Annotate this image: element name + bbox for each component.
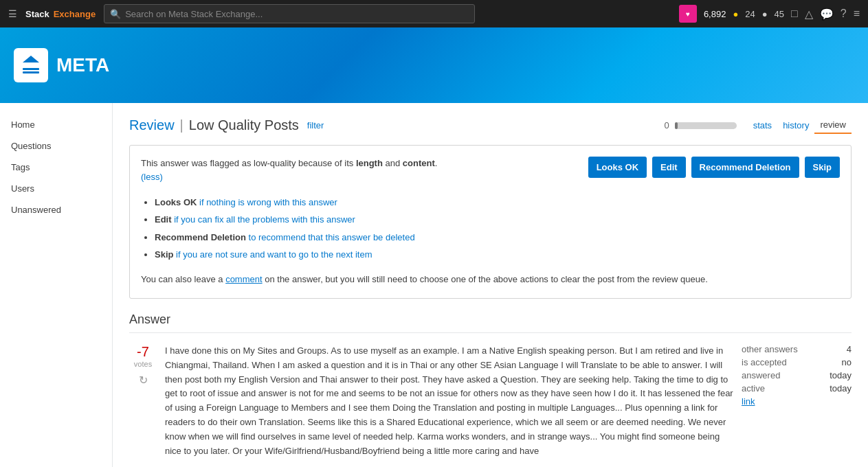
search-icon: 🔍 bbox=[110, 9, 121, 19]
review-header: Review | Low Quality Posts filter 0 stat… bbox=[129, 117, 852, 134]
vote-section: -7 votes ↻ bbox=[129, 344, 157, 458]
logo-icon bbox=[14, 48, 48, 82]
info-skip-desc: if you are not sure and want to go to th… bbox=[173, 249, 372, 260]
info-edit-kw: Edit bbox=[155, 214, 172, 225]
progress-section: 0 bbox=[664, 120, 736, 130]
less-link[interactable]: (less) bbox=[141, 172, 163, 182]
svg-rect-1 bbox=[23, 71, 39, 73]
meta-is-accepted: is accepted no bbox=[742, 357, 852, 367]
nav-right: ♥ 6,892 ● 24 ● 45 □ △ 💬 ? ≡ bbox=[679, 5, 860, 23]
review-msg-suffix: . bbox=[435, 158, 438, 168]
answer-block: -7 votes ↻ I have done this on My Sites … bbox=[129, 344, 852, 458]
tab-history[interactable]: history bbox=[777, 117, 814, 133]
review-msg-length: length bbox=[356, 158, 383, 168]
votes-label: votes bbox=[134, 360, 152, 368]
sidebar-item-unanswered[interactable]: Unanswered bbox=[0, 199, 112, 220]
comment-note-suffix: . bbox=[705, 274, 708, 284]
gold-dot: ● bbox=[733, 9, 738, 19]
review-box: This answer was flagged as low-quality b… bbox=[129, 145, 852, 299]
sidebar-item-home[interactable]: Home bbox=[0, 114, 112, 135]
main-layout: Home Questions Tags Users Unanswered Rev… bbox=[0, 103, 868, 467]
tab-stats[interactable]: stats bbox=[748, 117, 777, 133]
silver-count: 45 bbox=[775, 9, 784, 19]
info-item-skip: Skip if you are not sure and want to go … bbox=[155, 247, 840, 262]
info-looks-ok-kw: Looks OK bbox=[155, 197, 197, 207]
sidebar-item-questions[interactable]: Questions bbox=[0, 135, 112, 157]
review-msg-prefix: This answer was flagged as low-quality b… bbox=[141, 158, 356, 168]
info-edit-desc: if you can fix all the problems with thi… bbox=[172, 214, 355, 225]
info-item-looks-ok: Looks OK if nothing is wrong with this a… bbox=[155, 194, 840, 210]
stack-text: Stack bbox=[25, 9, 49, 19]
meta-other-answers-value: 4 bbox=[847, 344, 852, 354]
info-skip-kw: Skip bbox=[155, 249, 173, 260]
tab-review[interactable]: review bbox=[814, 117, 852, 134]
review-box-top: This answer was flagged as low-quality b… bbox=[141, 157, 840, 183]
review-tabs: 0 stats history review bbox=[664, 117, 852, 134]
review-page-title: Low Quality Posts bbox=[189, 117, 299, 133]
vote-count: -7 bbox=[137, 344, 149, 360]
blue-banner: META bbox=[0, 27, 868, 103]
sidebar-item-tags[interactable]: Tags bbox=[0, 157, 112, 178]
exchange-text: Exchange bbox=[54, 9, 96, 19]
site-logo: META bbox=[14, 48, 109, 82]
meta-answered-value: today bbox=[830, 370, 852, 380]
edit-button[interactable]: Edit bbox=[652, 157, 686, 178]
looks-ok-button[interactable]: Looks OK bbox=[588, 157, 647, 178]
info-rec-del-desc: to recommend that this answer be deleted bbox=[246, 232, 415, 242]
review-message: This answer was flagged as low-quality b… bbox=[141, 157, 580, 183]
achievements-icon[interactable]: △ bbox=[805, 8, 813, 21]
meta-other-answers-label: other answers bbox=[742, 344, 798, 354]
review-link[interactable]: Review bbox=[129, 117, 175, 133]
progress-bar-fill bbox=[675, 122, 678, 129]
review-info-list: Looks OK if nothing is wrong with this a… bbox=[155, 194, 840, 263]
comment-note-mid: on the answer, but bbox=[263, 274, 340, 284]
search-input[interactable] bbox=[125, 9, 469, 19]
answer-header: Answer bbox=[129, 312, 852, 333]
sidebar: Home Questions Tags Users Unanswered bbox=[0, 103, 113, 467]
review-icon[interactable]: 💬 bbox=[820, 8, 834, 21]
meta-answered: answered today bbox=[742, 370, 852, 380]
meta-is-accepted-value: no bbox=[842, 357, 852, 367]
content-area: Review | Low Quality Posts filter 0 stat… bbox=[113, 103, 868, 467]
comment-note-prefix: You can also leave a bbox=[141, 274, 225, 284]
meta-active-value: today bbox=[830, 383, 852, 394]
progress-bar bbox=[675, 122, 737, 129]
review-msg-and: and bbox=[383, 158, 403, 168]
info-looks-ok-desc: if nothing is wrong with this answer bbox=[197, 197, 337, 207]
answer-text: I have done this on My Sites and Groups.… bbox=[165, 345, 733, 456]
menu-icon[interactable]: ≡ bbox=[854, 8, 860, 20]
skip-button[interactable]: Skip bbox=[805, 157, 840, 178]
hamburger-icon[interactable]: ☰ bbox=[8, 8, 17, 19]
meta-other-answers: other answers 4 bbox=[742, 344, 852, 354]
answer-meta: other answers 4 is accepted no answered … bbox=[742, 344, 852, 458]
answer-body: I have done this on My Sites and Groups.… bbox=[165, 344, 733, 458]
inbox-icon[interactable]: □ bbox=[791, 8, 798, 20]
svg-marker-2 bbox=[23, 56, 39, 62]
search-bar[interactable]: 🔍 bbox=[104, 4, 475, 23]
rep-score: 6,892 bbox=[704, 9, 726, 19]
progress-num: 0 bbox=[664, 120, 669, 130]
gold-count: 24 bbox=[745, 9, 755, 19]
meta-is-accepted-label: is accepted bbox=[742, 357, 787, 367]
revision-history-icon[interactable]: ↻ bbox=[139, 374, 148, 387]
avatar: ♥ bbox=[679, 5, 697, 23]
review-msg-content: content bbox=[403, 158, 435, 168]
sidebar-item-users[interactable]: Users bbox=[0, 178, 112, 199]
review-info: Looks OK if nothing is wrong with this a… bbox=[141, 194, 840, 287]
meta-link-row: link bbox=[742, 396, 852, 407]
meta-active: active today bbox=[742, 383, 852, 394]
filter-link[interactable]: filter bbox=[307, 120, 324, 130]
review-divider: | bbox=[180, 117, 183, 133]
help-icon[interactable]: ? bbox=[841, 8, 847, 20]
answer-section: Answer -7 votes ↻ I have done this on My… bbox=[129, 312, 852, 458]
info-rec-del-kw: Recommend Deletion bbox=[155, 232, 246, 242]
comment-link[interactable]: comment bbox=[225, 274, 262, 284]
meta-answered-label: answered bbox=[742, 370, 780, 380]
recommend-deletion-button[interactable]: Recommend Deletion bbox=[691, 157, 799, 178]
site-logo-top: StackExchange bbox=[25, 9, 96, 19]
meta-link[interactable]: link bbox=[742, 396, 755, 407]
svg-rect-0 bbox=[23, 68, 39, 70]
info-item-edit: Edit if you can fix all the problems wit… bbox=[155, 212, 840, 227]
meta-active-label: active bbox=[742, 383, 765, 394]
comment-note-blue: you will still need to choose one of the… bbox=[340, 274, 705, 284]
